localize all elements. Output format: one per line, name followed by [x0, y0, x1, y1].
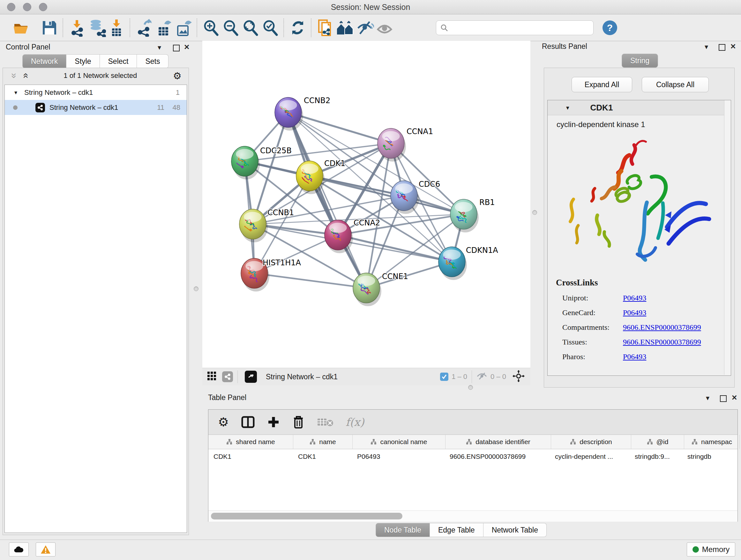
network-node-CDC6[interactable]: CDC6: [391, 180, 440, 214]
grid-view-icon[interactable]: {}: [207, 371, 217, 382]
import-table-file-icon[interactable]: [107, 18, 126, 38]
table-settings-gear-icon[interactable]: ⚙: [218, 415, 229, 429]
collection-label: String Network – cdk1: [24, 88, 93, 97]
network-node-RB1[interactable]: RB1: [450, 198, 495, 233]
expand-all-networks-icon[interactable]: »: [20, 73, 30, 78]
results-close-icon[interactable]: ✕: [730, 43, 736, 51]
cloud-status-button[interactable]: [9, 543, 29, 557]
scrollbar-thumb[interactable]: [211, 513, 402, 519]
panel-close-icon[interactable]: ✕: [184, 43, 190, 51]
zoom-fit-icon[interactable]: [241, 18, 260, 38]
table-cell[interactable]: CDK1: [208, 449, 293, 464]
network-canvas[interactable]: CCNB2CCNA1CDC25BCDK1CDC6RB1CCNB1CCNA2CDK…: [202, 41, 530, 367]
table-cell[interactable]: 9606.ENSP00000378699: [445, 449, 550, 464]
collection-expand-icon[interactable]: ▾: [14, 89, 17, 96]
open-in-window-icon[interactable]: [245, 371, 257, 383]
table-cell[interactable]: P06493: [352, 449, 445, 464]
hide-selected-icon[interactable]: [355, 18, 375, 38]
crosslink-link[interactable]: 9606.ENSP00000378699: [623, 338, 701, 347]
show-all-icon[interactable]: [375, 18, 394, 38]
tab-network[interactable]: Network: [22, 54, 66, 68]
export-table-icon[interactable]: [154, 18, 174, 38]
results-vertical-scrollbar[interactable]: [724, 100, 731, 375]
panel-float-icon[interactable]: [173, 45, 180, 51]
crosslink-link[interactable]: P06493: [623, 294, 646, 302]
network-options-gear-icon[interactable]: ⚙: [173, 70, 182, 81]
zoom-selected-icon[interactable]: [260, 18, 280, 38]
selected-nodes-checkbox-icon[interactable]: [440, 373, 448, 381]
import-network-database-icon[interactable]: [87, 18, 107, 38]
protein-card-header[interactable]: ▾ CDK1: [548, 100, 731, 115]
network-row[interactable]: String Network – cdk1 11 48: [5, 100, 187, 115]
column-header-database-identifier[interactable]: database identifier: [446, 435, 551, 449]
table-header-row: shared namenamecanonical namedatabase id…: [208, 435, 738, 449]
first-neighbors-icon[interactable]: [335, 18, 355, 38]
refresh-icon[interactable]: [288, 18, 308, 38]
table-close-icon[interactable]: ✕: [731, 394, 737, 402]
tab-style[interactable]: Style: [66, 54, 99, 68]
main-toolbar: ?: [0, 14, 741, 41]
tab-network-table[interactable]: Network Table: [483, 523, 547, 537]
results-panel-title: Results Panel: [542, 42, 587, 51]
memory-button[interactable]: Memory: [687, 543, 735, 557]
network-node-CDKN1A[interactable]: CDKN1A: [439, 246, 498, 280]
network-node-CDK1[interactable]: CDK1: [296, 159, 345, 194]
search-input[interactable]: [436, 20, 594, 35]
collapse-all-button[interactable]: Collapse All: [642, 77, 709, 92]
tab-string[interactable]: String: [622, 54, 658, 68]
table-cell[interactable]: stringdb: [682, 449, 738, 464]
column-header-namespac[interactable]: namespac: [684, 435, 740, 449]
crosslink-link[interactable]: P06493: [623, 353, 646, 361]
bottom-splitter-handle[interactable]: [468, 385, 473, 390]
fit-content-crosshair-icon[interactable]: [513, 370, 525, 383]
network-node-CCNA2[interactable]: CCNA2: [325, 219, 380, 253]
table-menu-icon[interactable]: ▾: [706, 394, 710, 402]
export-image-icon[interactable]: [174, 18, 193, 38]
function-builder-icon: f(x): [346, 416, 364, 428]
help-button[interactable]: ?: [603, 20, 617, 35]
table-cell[interactable]: CDK1: [293, 449, 352, 464]
tab-sets[interactable]: Sets: [137, 54, 169, 68]
network-status-dot-icon: [13, 105, 17, 110]
panel-menu-icon[interactable]: ▾: [158, 44, 161, 52]
collapse-all-networks-icon[interactable]: »: [10, 73, 19, 78]
network-collection-row[interactable]: ▾ String Network – cdk1 1: [5, 85, 187, 100]
open-session-icon[interactable]: [11, 18, 31, 38]
left-splitter-handle[interactable]: [194, 287, 199, 291]
duplicate-network-icon[interactable]: [315, 18, 335, 38]
crosslink-link[interactable]: 9606.ENSP00000378699: [623, 323, 701, 332]
column-header-canonical-name[interactable]: canonical name: [353, 435, 446, 449]
export-network-icon[interactable]: [134, 18, 154, 38]
zoom-in-icon[interactable]: [201, 18, 221, 38]
network-tab-panel: » » 1 of 1 Network selected ⚙ ▾ String N…: [3, 68, 189, 535]
table-cell[interactable]: stringdb:9...: [630, 449, 682, 464]
protein-collapse-icon[interactable]: ▾: [566, 104, 569, 111]
zoom-out-icon[interactable]: [221, 18, 241, 38]
results-menu-icon[interactable]: ▾: [704, 43, 708, 51]
create-column-plus-icon[interactable]: [267, 416, 280, 428]
show-columns-icon[interactable]: [241, 415, 255, 429]
delete-row-trash-icon[interactable]: [292, 415, 305, 429]
tab-select[interactable]: Select: [100, 54, 137, 68]
import-network-file-icon[interactable]: [67, 18, 87, 38]
table-float-icon[interactable]: [720, 395, 727, 402]
column-header-name[interactable]: name: [293, 435, 353, 449]
tab-node-table[interactable]: Node Table: [376, 523, 430, 537]
column-header-shared-name[interactable]: shared name: [208, 435, 293, 449]
tab-edge-table[interactable]: Edge Table: [430, 523, 483, 537]
column-header-description[interactable]: description: [551, 435, 631, 449]
table-row[interactable]: CDK1CDK1P064939606.ENSP00000378699cyclin…: [208, 449, 738, 464]
warnings-button[interactable]: [36, 543, 56, 557]
save-session-icon[interactable]: [40, 18, 59, 38]
crosslink-link[interactable]: P06493: [623, 308, 646, 317]
expand-all-button[interactable]: Expand All: [571, 77, 632, 92]
right-splitter-handle[interactable]: [532, 210, 537, 215]
table-cell[interactable]: cyclin-dependent ...: [550, 449, 630, 464]
network-selection-bar: » » 1 of 1 Network selected ⚙: [3, 68, 189, 83]
network-view-toolbar: {} String Network – cdk1 1 – 0 0 – 0: [202, 368, 530, 385]
control-panel-tabs: NetworkStyleSelectSets: [22, 54, 169, 68]
table-horizontal-scrollbar[interactable]: [208, 510, 738, 522]
column-header-@id[interactable]: @id: [631, 435, 684, 449]
network-view-share-icon[interactable]: [222, 371, 233, 382]
results-float-icon[interactable]: [719, 44, 725, 51]
